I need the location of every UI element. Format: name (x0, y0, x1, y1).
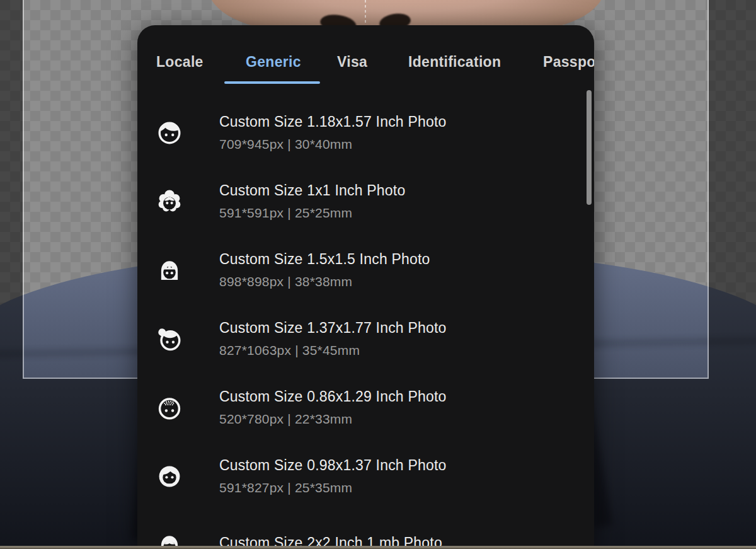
size-option-row[interactable]: Custom Size 1.5x1.5 Inch Photo 898*898px… (137, 236, 594, 304)
face-curly-hair-icon (156, 188, 183, 215)
scrollbar-thumb[interactable] (587, 90, 592, 205)
face-bun-icon (156, 326, 183, 352)
face-kid-icon (156, 532, 183, 546)
size-option-row[interactable]: Custom Size 0.98x1.37 Inch Photo 591*827… (137, 442, 594, 511)
size-option-row[interactable]: Custom Size 1.37x1.77 Inch Photo 827*106… (137, 304, 594, 373)
size-option-row[interactable]: Custom Size 0.86x1.29 Inch Photo 520*780… (137, 373, 594, 442)
tab-generic[interactable]: Generic (246, 54, 301, 71)
size-option-dimensions: 709*945px | 30*40mm (219, 136, 447, 153)
size-option-row[interactable]: Custom Size 2x2 Inch 1 mb Photo (137, 511, 594, 546)
size-option-dimensions: 591*591px | 25*25mm (219, 204, 405, 222)
category-tabbar: LocaleGenericVisaIdentificationPassport (137, 25, 594, 88)
face-filled-icon (156, 463, 183, 490)
size-option-dimensions: 898*898px | 38*38mm (219, 273, 430, 291)
size-option-dimensions: 591*827px | 25*35mm (219, 479, 447, 497)
size-option-title: Custom Size 0.86x1.29 Inch Photo (219, 388, 447, 405)
size-option-dimensions: 520*780px | 22*33mm (219, 410, 447, 428)
size-option-list: Custom Size 1.18x1.57 Inch Photo 709*945… (137, 98, 594, 546)
size-option-title: Custom Size 1.37x1.77 Inch Photo (219, 319, 447, 337)
face-boy-icon (156, 120, 183, 146)
active-tab-indicator (224, 81, 320, 84)
size-picker-sheet: LocaleGenericVisaIdentificationPassport … (137, 25, 594, 546)
size-option-title: Custom Size 1.18x1.57 Inch Photo (219, 113, 447, 130)
face-buzz-cut-icon (156, 395, 183, 421)
face-long-hair-icon (156, 257, 183, 284)
tab-locale[interactable]: Locale (156, 54, 203, 71)
tab-visa[interactable]: Visa (337, 54, 367, 71)
size-option-title: Custom Size 1x1 Inch Photo (219, 182, 405, 199)
tab-identification[interactable]: Identification (408, 54, 501, 71)
bottom-toolbar-edge (0, 546, 756, 549)
size-option-row[interactable]: Custom Size 1.18x1.57 Inch Photo 709*945… (137, 98, 594, 167)
size-option-row[interactable]: Custom Size 1x1 Inch Photo 591*591px | 2… (137, 167, 594, 236)
size-option-title: Custom Size 0.98x1.37 Inch Photo (219, 456, 447, 474)
size-option-title: Custom Size 1.5x1.5 Inch Photo (219, 250, 430, 268)
size-option-title: Custom Size 2x2 Inch 1 mb Photo (219, 534, 442, 546)
tab-passport[interactable]: Passport (543, 54, 594, 71)
size-option-dimensions: 827*1063px | 35*45mm (219, 342, 447, 359)
